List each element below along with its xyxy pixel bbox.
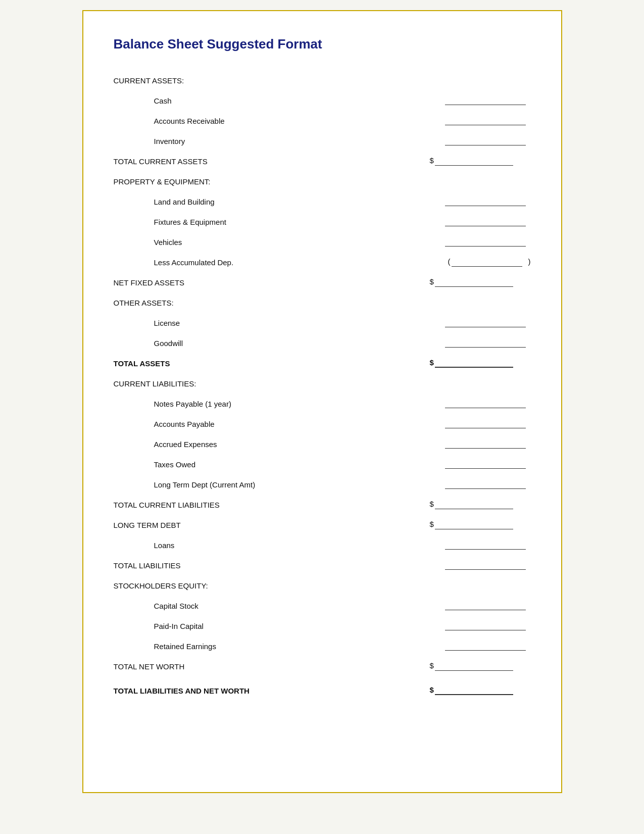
total-net-worth-container: $ — [430, 660, 531, 671]
other-assets-header-row: OTHER ASSETS: — [114, 292, 531, 307]
total-current-liabilities-input[interactable] — [435, 498, 513, 509]
goodwill-label: Goodwill — [114, 339, 183, 348]
total-net-worth-input[interactable] — [435, 660, 513, 671]
accounts-receivable-row: Accounts Receivable — [114, 110, 531, 125]
current-assets-header-row: CURRENT ASSETS: — [114, 70, 531, 85]
taxes-owed-row: Taxes Owed — [114, 454, 531, 469]
long-term-debt-dollar: $ — [430, 520, 434, 529]
paren-left: ( — [448, 257, 451, 267]
total-assets-dollar: $ — [430, 358, 434, 368]
vehicles-input[interactable] — [445, 235, 526, 247]
current-assets-header: CURRENT ASSETS: — [114, 76, 184, 85]
retained-earnings-label: Retained Earnings — [114, 642, 216, 651]
total-current-liabilities-container: $ — [430, 498, 531, 509]
less-accum-dep-label: Less Accumulated Dep. — [114, 258, 234, 267]
inventory-input[interactable] — [445, 134, 526, 145]
total-current-assets-input[interactable] — [435, 155, 513, 166]
total-current-assets-label: TOTAL CURRENT ASSETS — [114, 157, 208, 166]
accounts-payable-label: Accounts Payable — [114, 420, 215, 428]
paid-in-capital-label: Paid-In Capital — [114, 622, 204, 630]
loans-row: Loans — [114, 534, 531, 550]
current-liabilities-header: CURRENT LIABILITIES: — [114, 379, 196, 388]
total-current-liabilities-row: TOTAL CURRENT LIABILITIES $ — [114, 494, 531, 509]
loans-input[interactable] — [445, 538, 526, 550]
long-term-debt-container: $ — [430, 518, 531, 529]
fixtures-equipment-label: Fixtures & Equipment — [114, 218, 226, 226]
long-term-debt-label: LONG TERM DEBT — [114, 521, 181, 529]
balance-sheet: Balance Sheet Suggested Format CURRENT A… — [114, 36, 531, 695]
less-accum-dep-input[interactable] — [452, 256, 522, 267]
fixtures-equipment-row: Fixtures & Equipment — [114, 211, 531, 226]
land-building-input[interactable] — [445, 195, 526, 206]
long-term-debt-row: LONG TERM DEBT $ — [114, 514, 531, 529]
taxes-owed-input[interactable] — [445, 458, 526, 469]
accrued-expenses-input[interactable] — [445, 437, 526, 449]
vehicles-label: Vehicles — [114, 238, 182, 247]
net-fixed-assets-container: $ — [430, 276, 531, 287]
notes-payable-label: Notes Payable (1 year) — [114, 400, 231, 408]
notes-payable-row: Notes Payable (1 year) — [114, 393, 531, 408]
property-equipment-header-row: PROPERTY & EQUIPMENT: — [114, 171, 531, 186]
total-current-assets-dollar: $ — [430, 156, 434, 166]
total-liabilities-label: TOTAL LIABILITIES — [114, 561, 181, 570]
total-current-assets-row: TOTAL CURRENT ASSETS $ — [114, 151, 531, 166]
land-building-label: Land and Building — [114, 198, 215, 206]
license-input[interactable] — [445, 316, 526, 327]
total-liabilities-row: TOTAL LIABILITIES — [114, 555, 531, 570]
accounts-payable-input[interactable] — [445, 417, 526, 428]
cash-label: Cash — [114, 96, 172, 105]
notes-payable-input[interactable] — [445, 397, 526, 408]
other-assets-header: OTHER ASSETS: — [114, 299, 174, 307]
stockholders-equity-header-row: STOCKHOLDERS EQUITY: — [114, 575, 531, 590]
total-liabilities-net-worth-container: $ — [430, 684, 531, 695]
net-fixed-assets-input[interactable] — [435, 276, 513, 287]
net-fixed-assets-dollar: $ — [430, 277, 434, 287]
total-assets-input[interactable] — [435, 357, 513, 368]
total-assets-label: TOTAL ASSETS — [114, 359, 170, 368]
capital-stock-input[interactable] — [445, 599, 526, 610]
total-liabilities-input[interactable] — [445, 559, 526, 570]
stockholders-equity-header: STOCKHOLDERS EQUITY: — [114, 581, 208, 590]
inventory-row: Inventory — [114, 130, 531, 145]
capital-stock-row: Capital Stock — [114, 595, 531, 610]
vehicles-row: Vehicles — [114, 231, 531, 247]
long-term-dept-current-input[interactable] — [445, 478, 526, 489]
accounts-payable-row: Accounts Payable — [114, 413, 531, 428]
total-net-worth-dollar: $ — [430, 661, 434, 671]
total-liabilities-net-worth-dollar: $ — [430, 685, 434, 695]
total-current-liabilities-dollar: $ — [430, 500, 434, 509]
fixtures-equipment-input[interactable] — [445, 215, 526, 226]
cash-input[interactable] — [445, 94, 526, 105]
accrued-expenses-row: Accrued Expenses — [114, 433, 531, 449]
total-assets-container: $ — [430, 357, 531, 368]
loans-label: Loans — [114, 541, 175, 550]
long-term-dept-current-label: Long Term Dept (Current Amt) — [114, 480, 256, 489]
total-liabilities-net-worth-label: TOTAL LIABILITIES AND NET WORTH — [114, 686, 250, 695]
paid-in-capital-input[interactable] — [445, 619, 526, 630]
total-current-liabilities-label: TOTAL CURRENT LIABILITIES — [114, 501, 220, 509]
total-net-worth-row: TOTAL NET WORTH $ — [114, 656, 531, 671]
taxes-owed-label: Taxes Owed — [114, 460, 196, 469]
total-current-assets-container: $ — [430, 155, 531, 166]
total-liabilities-net-worth-row: TOTAL LIABILITIES AND NET WORTH $ — [114, 680, 531, 695]
accrued-expenses-label: Accrued Expenses — [114, 440, 217, 449]
total-liabilities-net-worth-input[interactable] — [435, 684, 513, 695]
capital-stock-label: Capital Stock — [114, 602, 199, 610]
accounts-receivable-input[interactable] — [445, 114, 526, 125]
page-wrapper: Balance Sheet Suggested Format CURRENT A… — [82, 10, 562, 793]
goodwill-row: Goodwill — [114, 332, 531, 348]
property-equipment-header: PROPERTY & EQUIPMENT: — [114, 177, 211, 186]
accounts-receivable-label: Accounts Receivable — [114, 117, 225, 125]
long-term-debt-input[interactable] — [435, 518, 513, 529]
total-net-worth-label: TOTAL NET WORTH — [114, 662, 185, 671]
goodwill-input[interactable] — [445, 336, 526, 348]
license-label: License — [114, 319, 180, 327]
license-row: License — [114, 312, 531, 327]
inventory-label: Inventory — [114, 137, 185, 145]
retained-earnings-row: Retained Earnings — [114, 635, 531, 651]
page-title: Balance Sheet Suggested Format — [114, 36, 531, 52]
less-accum-dep-row: Less Accumulated Dep. ( ) — [114, 252, 531, 267]
net-fixed-assets-row: NET FIXED ASSETS $ — [114, 272, 531, 287]
long-term-dept-current-row: Long Term Dept (Current Amt) — [114, 474, 531, 489]
retained-earnings-input[interactable] — [445, 640, 526, 651]
